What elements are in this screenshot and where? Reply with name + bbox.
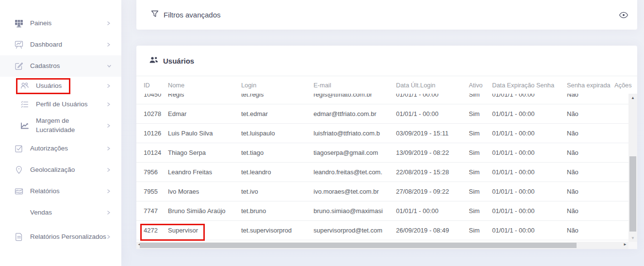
cell-login: tet.tiago	[241, 149, 314, 156]
scroll-right-arrow-icon[interactable]: ►	[623, 242, 627, 247]
sidebar-item-perfil-de-usuarios[interactable]: Perfil de Usuários	[0, 95, 121, 114]
chevron-right-icon	[107, 210, 112, 215]
column-header-ativo[interactable]: Ativo	[469, 82, 492, 89]
sidebar-item-label: Autorizações	[30, 144, 107, 153]
cell-id: 10278	[144, 110, 168, 117]
cell-data-expiracao-senha: 01/01/1 - 00:00	[492, 207, 567, 215]
cell-id: 7747	[144, 207, 168, 215]
sidebar-item-paineis[interactable]: Paineis	[0, 13, 121, 34]
table-row-supervisor[interactable]: 4272 Supervisor tet.supervisorprod super…	[136, 221, 628, 240]
sidebar-item-usuarios[interactable]: Usuários	[0, 77, 121, 95]
sidebar-item-label: Cadastros	[30, 62, 107, 71]
cell-nome: Thiago Serpa	[168, 149, 241, 156]
scroll-down-arrow-icon[interactable]: ▼	[628, 236, 637, 240]
chevron-right-icon	[107, 123, 112, 128]
sidebar-nav: Paineis Dashboard Cadastros Usuários	[0, 0, 121, 250]
cell-id: 7956	[144, 168, 168, 176]
sidebar-item-label: Vendas	[30, 208, 107, 217]
users-panel-title: Usuários	[163, 57, 194, 65]
visibility-toggle-button[interactable]	[617, 10, 630, 20]
checklist-icon	[19, 100, 30, 109]
cell-email: tiagoserpa@gmail.com	[314, 149, 396, 156]
sidebar-item-cadastros[interactable]: Cadastros	[0, 55, 121, 77]
cell-data-ult-login: 01/01/1 - 00:00	[396, 207, 469, 215]
panels-icon	[14, 18, 24, 28]
cell-data-expiracao-senha: 01/01/1 - 00:00	[492, 149, 567, 156]
cell-ativo: Sim	[469, 130, 492, 137]
column-header-data-expiracao-senha[interactable]: Data Expiração Senha	[492, 82, 567, 89]
cell-id: 4272	[144, 227, 168, 234]
cell-email: ivo.moraes@tet.com.br	[314, 188, 396, 195]
cell-nome: Bruno Simião Araújo	[168, 207, 241, 215]
cell-data-ult-login: 22/08/2019 - 15:28	[396, 168, 469, 176]
sidebar-item-margem-de-lucratividade[interactable]: Margem de Lucratividade	[0, 114, 121, 138]
cell-nome: Edmar	[168, 110, 241, 117]
cell-login: tet.leandro	[241, 168, 314, 176]
sidebar-item-geolocalizacao[interactable]: Geolocalização	[0, 159, 121, 181]
column-header-login[interactable]: Login	[241, 82, 314, 89]
advanced-filters-panel[interactable]: Filtros avançados	[136, 0, 637, 30]
edit-icon	[14, 61, 24, 71]
chevron-right-icon	[107, 167, 112, 172]
column-header-id[interactable]: ID	[144, 82, 168, 89]
cell-data-ult-login: 26/09/2019 - 08:49	[396, 227, 469, 234]
cell-email: edmar@ttfriato.com.br	[314, 110, 396, 117]
table-row[interactable]: 7955 Ivo Moraes tet.ivo ivo.moraes@tet.c…	[136, 182, 628, 201]
table-row[interactable]: 10278 Edmar tet.edmar edmar@ttfriato.com…	[136, 104, 628, 124]
cell-ativo: Sim	[469, 227, 492, 234]
sidebar-item-label: Paineis	[30, 19, 107, 28]
cell-ativo: Sim	[469, 149, 492, 156]
cell-login: tet.ivo	[241, 188, 314, 195]
sidebar-item-label: Relatórios	[30, 187, 107, 196]
cell-senha-expirada: Não	[567, 149, 614, 156]
chevron-right-icon	[107, 234, 112, 239]
cell-id: 10124	[144, 149, 168, 156]
cell-senha-expirada: Não	[567, 227, 614, 234]
horizontal-scrollbar-thumb[interactable]	[140, 243, 577, 248]
sidebar-item-vendas[interactable]: Vendas	[0, 202, 121, 223]
cell-ativo: Sim	[469, 207, 492, 215]
chart-line-icon	[19, 121, 30, 130]
dashboard-icon	[14, 40, 24, 50]
sidebar-item-dashboard[interactable]: Dashboard	[0, 34, 121, 55]
table-row[interactable]: 7956 Leandro Freitas tet.leandro leandro…	[136, 163, 628, 182]
chevron-right-icon	[107, 146, 112, 151]
sidebar: Paineis Dashboard Cadastros Usuários	[0, 0, 121, 266]
cell-login: tet.luispaulo	[241, 130, 314, 137]
filter-funnel-icon	[151, 10, 159, 20]
cell-login: tet.supervisorprod	[241, 227, 314, 234]
sidebar-item-label: Perfil de Usuários	[36, 100, 107, 109]
column-header-email[interactable]: E-mail	[314, 82, 396, 89]
users-panel-header: Usuários	[136, 46, 637, 76]
column-header-senha-expirada[interactable]: Senha expirada	[567, 82, 614, 89]
vertical-scrollbar-thumb[interactable]	[629, 156, 636, 232]
cell-data-ult-login: 13/09/2019 - 08:22	[396, 149, 469, 156]
table-row[interactable]: 10126 Luis Paulo Silva tet.luispaulo lui…	[136, 124, 628, 143]
advanced-filters-title: Filtros avançados	[164, 11, 221, 19]
vertical-scrollbar[interactable]: ▲ ▼	[628, 94, 637, 242]
sidebar-item-autorizacoes[interactable]: Autorizações	[0, 138, 121, 159]
chevron-right-icon	[107, 102, 112, 107]
chevron-right-icon	[107, 21, 112, 26]
horizontal-scrollbar[interactable]: ◄ ►	[136, 242, 628, 249]
cell-ativo: Sim	[469, 188, 492, 195]
column-header-data-ult-login[interactable]: Data Últ.Login	[396, 82, 469, 89]
column-header-acoes[interactable]: Ações	[614, 82, 637, 89]
checkbox-icon	[14, 144, 24, 153]
table-row[interactable]: 10450 Regis tet.regis regis@ttfriato.com…	[136, 94, 628, 104]
eye-icon	[619, 12, 628, 18]
sidebar-item-relatorios-personalizados[interactable]: Relatórios Personalizados	[0, 223, 121, 250]
column-header-nome[interactable]: Nome	[168, 82, 241, 89]
map-pin-icon	[14, 165, 24, 175]
scroll-up-arrow-icon[interactable]: ▲	[628, 96, 637, 100]
chevron-right-icon	[107, 42, 112, 47]
scrollbar-corner	[628, 242, 637, 249]
cell-email: luisfriato@ttfriato.com.b	[314, 130, 396, 137]
cell-email: regis@ttfriato.com.br	[314, 94, 396, 98]
sidebar-item-relatorios[interactable]: Relatórios	[0, 181, 121, 202]
cell-ativo: Sim	[469, 94, 492, 98]
table-row[interactable]: 7747 Bruno Simião Araújo tet.bruno bruno…	[136, 201, 628, 221]
table-header-row: ID Nome Login E-mail Data Últ.Login Ativ…	[136, 76, 637, 94]
cell-login: tet.regis	[241, 94, 314, 98]
table-row[interactable]: 10124 Thiago Serpa tet.tiago tiagoserpa@…	[136, 143, 628, 163]
